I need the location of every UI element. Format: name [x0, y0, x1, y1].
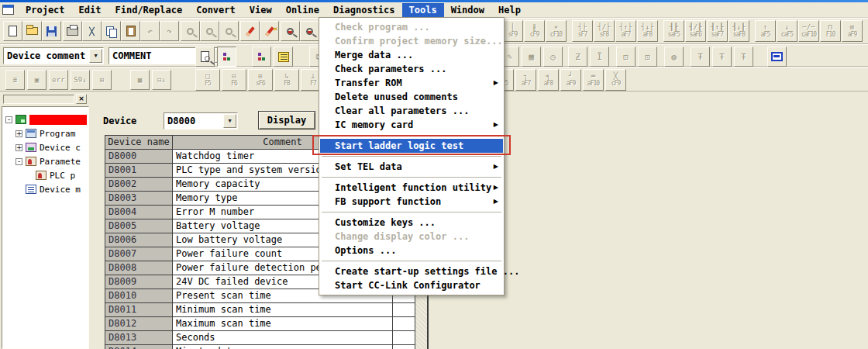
- rung-aF9-button[interactable]: ┘aF9: [560, 69, 581, 91]
- comment-display-button[interactable]: [252, 47, 271, 67]
- tree-item-plc-p[interactable]: PLC p: [26, 169, 88, 181]
- menubar-item-convert[interactable]: Convert: [189, 3, 243, 17]
- menu-item-merge-data[interactable]: Merge data ...: [320, 48, 503, 62]
- menu-item-fb-support-function[interactable]: FB support function▶: [320, 195, 503, 209]
- rung-F5-button[interactable]: □F5: [195, 69, 220, 91]
- device-name-cell[interactable]: D8005: [105, 219, 173, 233]
- rung-F6-button[interactable]: ⊟F6: [222, 69, 246, 91]
- ladder-symbol-saF7-button[interactable]: ┨↑┠saF7: [707, 20, 728, 42]
- extra-cell[interactable]: [393, 303, 415, 317]
- chevron-down-icon[interactable]: ▼: [89, 49, 102, 63]
- find-button[interactable]: [181, 21, 200, 41]
- menubar-item-view[interactable]: View: [243, 3, 279, 17]
- device-name-cell[interactable]: D8007: [105, 247, 173, 261]
- menu-item-customize-keys[interactable]: Customize keys ...: [320, 216, 503, 230]
- ladder-symbol-cF10-button[interactable]: ∗cF10: [546, 20, 567, 42]
- expand-icon[interactable]: +: [16, 130, 22, 137]
- device-name-cell[interactable]: D8008: [105, 261, 173, 275]
- menu-item-create-start-up-settings-file[interactable]: Create start-up settings file ...: [320, 264, 503, 278]
- ladder-symbol-aF8-button[interactable]: ┤↓├aF8: [637, 20, 658, 42]
- window-next-button[interactable]: ⊡: [638, 47, 657, 67]
- device-name-cell[interactable]: D8009: [105, 275, 173, 289]
- menu-item-transfer-rom[interactable]: Transfer ROM▶: [320, 76, 503, 90]
- menu-item-change-display-color[interactable]: Change display color ...: [320, 230, 503, 244]
- menu-item-check-program[interactable]: Check program ...: [320, 20, 503, 34]
- menubar-item-window[interactable]: Window: [444, 3, 491, 17]
- device-name-cell[interactable]: D8014: [105, 345, 173, 349]
- comment-cell[interactable]: Minimum scan time: [173, 303, 393, 317]
- paste-button[interactable]: [121, 21, 140, 41]
- ladder-symbol-cF9-button[interactable]: ∦cF9: [524, 20, 545, 42]
- extra-cell[interactable]: [393, 331, 415, 345]
- error-jump-button[interactable]: err: [49, 70, 68, 90]
- chevron-down-icon[interactable]: ▼: [223, 114, 236, 128]
- menu-item-start-cc-link-configurator[interactable]: Start CC-Link Configurator: [320, 278, 503, 292]
- menubar-item-tools[interactable]: Tools: [402, 3, 444, 17]
- table-row[interactable]: D8012Maximum scan time: [105, 317, 416, 331]
- menubar-item-project[interactable]: Project: [19, 3, 72, 17]
- print-button[interactable]: [63, 21, 82, 41]
- monitor-mode-button[interactable]: [767, 47, 787, 67]
- comment-cell[interactable]: Seconds: [173, 331, 393, 345]
- display-button[interactable]: Display: [258, 111, 315, 130]
- menu-item-set-tel-data[interactable]: Set TEL data▶: [320, 160, 503, 174]
- ladder-symbol-aF5-button[interactable]: ↑aF5: [755, 20, 776, 42]
- menubar-item-online[interactable]: Online: [279, 3, 326, 17]
- device-batch-button[interactable]: ▦: [522, 47, 541, 67]
- menubar-item-help[interactable]: Help: [491, 3, 528, 17]
- network-test-button[interactable]: ◍: [664, 47, 684, 67]
- device-name-cell[interactable]: D8006: [105, 233, 173, 247]
- table-row[interactable]: D8011Minimum scan time: [105, 303, 416, 317]
- project-tree-toggle-button[interactable]: [217, 47, 236, 67]
- menu-item-check-parameters[interactable]: Check parameters ...: [320, 62, 503, 76]
- menu-item-options[interactable]: Options ...: [320, 244, 503, 257]
- device-combobox[interactable]: D8000 ▼: [164, 112, 238, 130]
- menubar-item-edit[interactable]: Edit: [72, 3, 108, 17]
- ladder-symbol-caF5-button[interactable]: ↓caF5: [777, 20, 797, 42]
- ladder-symbol-saF5-button[interactable]: ┨┠saF5: [663, 20, 684, 42]
- rung-sF6-button[interactable]: ⊞sF6: [248, 69, 273, 91]
- menu-item-confirm-project-memory-size[interactable]: Confirm project memory size...: [320, 34, 503, 48]
- device-name-cell[interactable]: D8004: [105, 206, 173, 219]
- save-button[interactable]: [42, 21, 61, 41]
- device-test-1-button[interactable]: Ŧ: [691, 47, 710, 67]
- collapse-icon[interactable]: -: [16, 158, 22, 165]
- menu-item-intelligent-function-utility[interactable]: Intelligent function utility▶: [320, 181, 503, 195]
- collapse-icon[interactable]: -: [5, 116, 12, 123]
- device-name-cell[interactable]: D8010: [105, 289, 173, 303]
- menu-item-delete-unused-comments[interactable]: Delete unused comments: [320, 90, 503, 104]
- device-test-2-button[interactable]: Ŧ: [712, 47, 732, 67]
- tree-item-program[interactable]: +Program: [16, 127, 88, 140]
- write-mode-button[interactable]: [240, 21, 260, 41]
- ladder-symbol-sF8-button[interactable]: ┤/├sF8: [594, 20, 615, 42]
- comment-cell[interactable]: Minute data: [173, 345, 393, 349]
- undo-button[interactable]: ↶: [140, 21, 160, 41]
- ladder-symbol-sF9-button[interactable]: │sF9: [502, 20, 523, 42]
- tree-item-paramete[interactable]: -Paramete: [16, 155, 88, 168]
- insert-mode-button[interactable]: [260, 21, 279, 41]
- cut-button[interactable]: [82, 21, 102, 41]
- device-name-cell[interactable]: D8001: [105, 164, 173, 178]
- menubar-item-diagnostics[interactable]: Diagnostics: [326, 3, 401, 17]
- redo-button[interactable]: ↷: [160, 21, 179, 41]
- data-type-combobox[interactable]: Device comment ▼: [3, 47, 104, 64]
- tree-item-device-c[interactable]: +Device c: [16, 141, 88, 154]
- panel-grip[interactable]: [3, 95, 74, 104]
- rung-cF9-button[interactable]: ╳cF9: [605, 69, 626, 91]
- menu-item-ic-memory-card[interactable]: IC memory card▶: [320, 118, 503, 132]
- rung-aF8-button[interactable]: ╕aF8: [538, 69, 559, 91]
- comment-cell[interactable]: Maximum scan time: [173, 317, 393, 331]
- ladder-symbol-saF6-button[interactable]: ┨/┠saF6: [685, 20, 706, 42]
- close-icon[interactable]: ×: [76, 94, 87, 104]
- rung-F8-button[interactable]: ↳F8: [274, 69, 299, 91]
- rung-aF7-button[interactable]: ┐aF7: [515, 69, 536, 91]
- tree-item-project-root[interactable]: -: [5, 113, 88, 126]
- table-row[interactable]: D8014Minute data: [105, 345, 416, 349]
- menubar-item-find-replace[interactable]: Find/Replace: [108, 3, 189, 17]
- device-list-button[interactable]: [274, 47, 293, 67]
- menu-item-clear-all-parameters[interactable]: Clear all parameters ...: [320, 104, 503, 118]
- monitor-zoom-button[interactable]: [281, 21, 300, 41]
- device-name-cell[interactable]: D8000: [105, 150, 173, 164]
- selected-project-name[interactable]: [29, 115, 87, 125]
- device-name-cell[interactable]: D8003: [105, 192, 173, 206]
